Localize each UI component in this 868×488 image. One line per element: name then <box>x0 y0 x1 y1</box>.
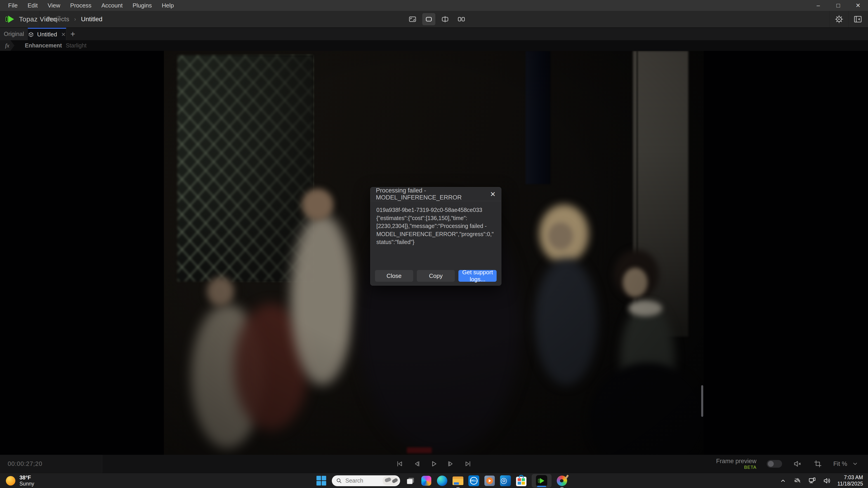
sun-icon <box>6 476 16 486</box>
toggle-right-panel-icon[interactable] <box>851 13 865 25</box>
menu-view[interactable]: View <box>43 2 65 9</box>
fit-screen-view-icon[interactable] <box>406 13 419 25</box>
taskbar-clock[interactable]: 7:03 AM 11/18/2025 <box>837 475 863 487</box>
maximize-button[interactable]: □ <box>828 0 848 11</box>
frame-preview-toggle[interactable] <box>767 460 782 468</box>
task-view-icon[interactable] <box>405 475 416 486</box>
skip-to-start-icon[interactable] <box>395 459 404 469</box>
app-header: Topaz Video™ Projects › Untitled <box>0 11 868 28</box>
minimize-button[interactable]: – <box>808 0 828 11</box>
frame-preview-labels: Frame preview BETA <box>716 458 756 470</box>
play-icon[interactable] <box>429 459 439 469</box>
frame-preview-label: Frame preview <box>716 458 756 465</box>
tab-close-icon[interactable]: ✕ <box>60 31 66 38</box>
topaz-play-icon <box>538 477 546 484</box>
menu-help[interactable]: Help <box>157 2 179 9</box>
clock-date: 11/18/2025 <box>837 481 863 487</box>
current-timecode: 00:00:27;20 <box>8 460 42 467</box>
tab-untitled-label: Untitled <box>37 31 57 38</box>
header-right-group <box>830 11 865 28</box>
menu-process[interactable]: Process <box>65 2 96 9</box>
tab-strip: Original Untitled ✕ + <box>0 28 868 40</box>
filter-category: Enhancement <box>25 42 62 48</box>
crop-icon[interactable] <box>813 459 823 469</box>
taskbar-search-box[interactable] <box>332 475 400 486</box>
filter-label[interactable]: Enhancement Starlight <box>25 42 87 49</box>
dell-app-icon[interactable]: DELL <box>468 475 479 486</box>
skip-to-end-icon[interactable] <box>463 459 473 469</box>
taskbar-weather-widget[interactable]: 38°F Sunny <box>6 473 34 488</box>
hidden-icons-chevron-icon[interactable] <box>779 477 787 485</box>
taskbar-center: DELL O <box>316 473 567 488</box>
breadcrumb-current: Untitled <box>81 15 102 23</box>
chevron-down-icon <box>851 460 859 468</box>
zoom-level-dropdown[interactable]: Fit % <box>833 460 859 468</box>
timecode-zone: 00:00:27;20 <box>0 455 102 473</box>
windows-taskbar: 38°F Sunny <box>0 473 868 488</box>
split-view-icon[interactable] <box>438 13 452 25</box>
copilot-icon[interactable] <box>421 475 432 486</box>
app-window: File Edit View Process Account Plugins H… <box>0 0 868 488</box>
weather-condition: Sunny <box>20 481 34 487</box>
topaz-play-icon <box>5 15 16 24</box>
weather-temperature: 38°F <box>20 475 34 481</box>
clock-time: 7:03 AM <box>844 475 863 481</box>
single-view-icon[interactable] <box>422 13 435 25</box>
beta-badge: BETA <box>744 465 756 470</box>
divider <box>830 11 830 28</box>
zoom-level-value: Fit % <box>833 460 847 467</box>
microsoft-store-icon[interactable] <box>516 475 527 486</box>
get-support-logs-button[interactable]: Get support logs... <box>458 270 497 282</box>
menu-plugins[interactable]: Plugins <box>127 2 157 9</box>
transport-controls <box>395 455 473 473</box>
tab-untitled[interactable]: Untitled ✕ <box>28 28 66 40</box>
menu-account[interactable]: Account <box>96 2 128 9</box>
media-player-icon[interactable] <box>484 475 495 486</box>
fx-badge-icon[interactable]: fx <box>0 40 14 51</box>
search-icon <box>336 477 342 484</box>
preview-options: Frame preview BETA Fit % <box>716 455 859 473</box>
menu-bar: File Edit View Process Account Plugins H… <box>0 2 179 9</box>
volume-icon[interactable] <box>823 476 832 485</box>
edge-icon[interactable] <box>437 475 447 486</box>
filter-model: Starlight <box>66 42 87 48</box>
running-indicator <box>456 487 460 488</box>
scrollbar-thumb[interactable] <box>701 385 703 417</box>
menu-file[interactable]: File <box>3 2 23 9</box>
paint-icon[interactable] <box>557 475 567 486</box>
view-mode-group <box>406 11 468 28</box>
copy-button[interactable]: Copy <box>417 270 455 282</box>
windows-logo-icon <box>316 476 327 486</box>
title-bar: File Edit View Process Account Plugins H… <box>0 0 868 11</box>
header-divider <box>40 11 40 28</box>
search-input[interactable] <box>345 477 379 484</box>
add-tab-button[interactable]: + <box>66 28 79 40</box>
close-window-button[interactable]: ✕ <box>848 0 868 11</box>
step-back-icon[interactable] <box>412 459 422 469</box>
playback-control-bar: 00:00:27;20 <box>0 455 868 473</box>
search-highlight-image <box>382 476 399 485</box>
mute-icon[interactable] <box>793 459 802 469</box>
close-button[interactable]: Close <box>375 270 413 282</box>
onedrive-offline-icon[interactable] <box>793 476 802 485</box>
error-dialog-footer: Close Copy Get support logs... <box>370 266 501 285</box>
toggle-knob <box>768 461 774 467</box>
breadcrumb: Projects › Untitled <box>46 11 102 28</box>
dialog-close-icon[interactable]: ✕ <box>487 190 496 198</box>
filter-row: fx Enhancement Starlight <box>0 40 868 51</box>
window-controls: – □ ✕ <box>808 0 868 11</box>
error-dialog-header: Processing failed - MODEL_INFERENCE_ERRO… <box>370 187 501 201</box>
topaz-video-taskbar-icon[interactable] <box>532 474 552 488</box>
network-icon[interactable] <box>808 476 817 485</box>
side-by-side-view-icon[interactable] <box>455 13 468 25</box>
error-dialog-body: 019a938f-9be1-7319-92c0-58ae458ce033 {"e… <box>370 201 501 258</box>
file-explorer-icon[interactable] <box>453 475 463 486</box>
start-button[interactable] <box>316 475 327 486</box>
outlook-icon[interactable]: O <box>500 475 511 486</box>
menu-edit[interactable]: Edit <box>23 2 43 9</box>
breadcrumb-chevron-icon: › <box>74 16 76 22</box>
step-forward-icon[interactable] <box>446 459 456 469</box>
breadcrumb-projects[interactable]: Projects <box>46 15 69 23</box>
settings-gear-icon[interactable] <box>832 13 846 25</box>
tab-original[interactable]: Original <box>0 28 28 40</box>
